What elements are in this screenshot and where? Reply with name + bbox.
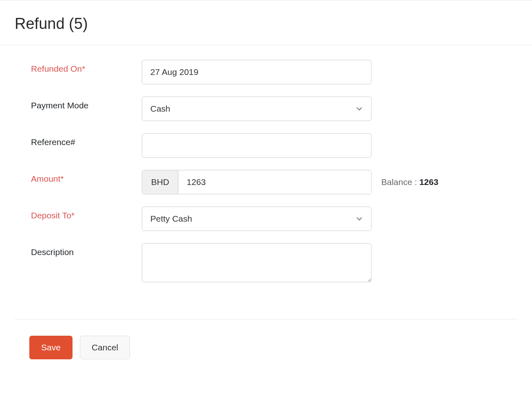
balance-text: Balance : 1263 — [381, 177, 438, 187]
deposit-to-label: Deposit To* — [15, 207, 142, 220]
deposit-to-value: Petty Cash — [150, 214, 192, 224]
payment-mode-label: Payment Mode — [15, 97, 142, 110]
deposit-to-select[interactable]: Petty Cash — [142, 207, 372, 231]
chevron-down-icon — [356, 215, 363, 222]
chevron-down-icon — [356, 105, 363, 112]
reference-input[interactable] — [142, 133, 372, 158]
payment-mode-value: Cash — [150, 104, 170, 114]
save-button[interactable]: Save — [29, 336, 73, 359]
amount-label: Amount* — [15, 170, 142, 184]
cancel-button[interactable]: Cancel — [80, 336, 130, 359]
description-label: Description — [15, 243, 142, 257]
payment-mode-select[interactable]: Cash — [142, 97, 372, 121]
reference-label: Reference# — [15, 133, 142, 147]
page-title: Refund (5) — [15, 15, 517, 33]
refunded-on-label: Refunded On* — [15, 60, 142, 74]
refunded-on-input[interactable] — [142, 60, 372, 84]
currency-addon: BHD — [142, 170, 178, 194]
description-textarea[interactable] — [142, 243, 372, 282]
balance-value: 1263 — [419, 177, 438, 187]
balance-label: Balance : — [381, 177, 419, 187]
amount-input[interactable] — [178, 170, 371, 194]
